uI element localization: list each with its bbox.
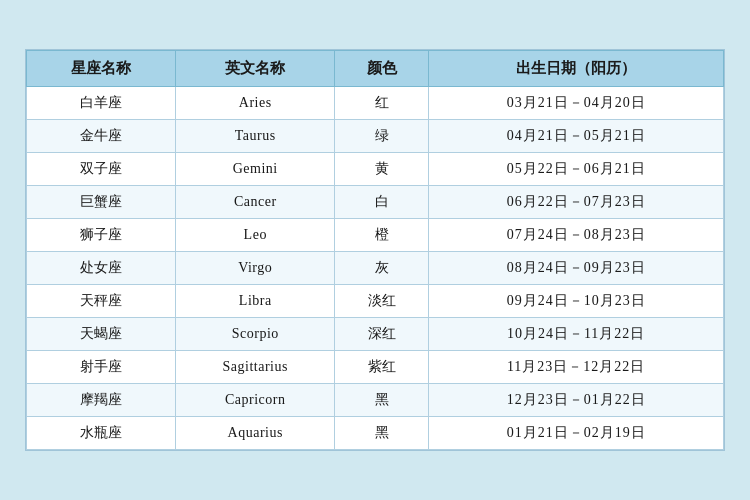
cell-color: 绿 <box>335 120 429 153</box>
table-row: 双子座Gemini黄05月22日－06月21日 <box>27 153 724 186</box>
cell-chinese-name: 巨蟹座 <box>27 186 176 219</box>
header-english-name: 英文名称 <box>176 51 335 87</box>
cell-english-name: Libra <box>176 285 335 318</box>
table-row: 金牛座Taurus绿04月21日－05月21日 <box>27 120 724 153</box>
cell-english-name: Scorpio <box>176 318 335 351</box>
cell-color: 紫红 <box>335 351 429 384</box>
cell-chinese-name: 天秤座 <box>27 285 176 318</box>
cell-color: 黄 <box>335 153 429 186</box>
cell-english-name: Aquarius <box>176 417 335 450</box>
table-row: 巨蟹座Cancer白06月22日－07月23日 <box>27 186 724 219</box>
cell-dates: 01月21日－02月19日 <box>429 417 724 450</box>
cell-dates: 05月22日－06月21日 <box>429 153 724 186</box>
cell-color: 深红 <box>335 318 429 351</box>
cell-chinese-name: 水瓶座 <box>27 417 176 450</box>
table-row: 摩羯座Capricorn黑12月23日－01月22日 <box>27 384 724 417</box>
cell-english-name: Capricorn <box>176 384 335 417</box>
cell-chinese-name: 摩羯座 <box>27 384 176 417</box>
table-row: 处女座Virgo灰08月24日－09月23日 <box>27 252 724 285</box>
table-row: 天蝎座Scorpio深红10月24日－11月22日 <box>27 318 724 351</box>
table-header-row: 星座名称 英文名称 颜色 出生日期（阳历） <box>27 51 724 87</box>
cell-dates: 03月21日－04月20日 <box>429 87 724 120</box>
cell-english-name: Cancer <box>176 186 335 219</box>
cell-dates: 12月23日－01月22日 <box>429 384 724 417</box>
cell-chinese-name: 金牛座 <box>27 120 176 153</box>
cell-english-name: Sagittarius <box>176 351 335 384</box>
cell-english-name: Aries <box>176 87 335 120</box>
cell-chinese-name: 天蝎座 <box>27 318 176 351</box>
cell-color: 淡红 <box>335 285 429 318</box>
cell-chinese-name: 狮子座 <box>27 219 176 252</box>
cell-english-name: Gemini <box>176 153 335 186</box>
cell-color: 白 <box>335 186 429 219</box>
cell-chinese-name: 处女座 <box>27 252 176 285</box>
cell-chinese-name: 白羊座 <box>27 87 176 120</box>
cell-english-name: Leo <box>176 219 335 252</box>
cell-dates: 10月24日－11月22日 <box>429 318 724 351</box>
table-row: 狮子座Leo橙07月24日－08月23日 <box>27 219 724 252</box>
cell-color: 红 <box>335 87 429 120</box>
zodiac-table: 星座名称 英文名称 颜色 出生日期（阳历） 白羊座Aries红03月21日－04… <box>26 50 724 450</box>
table-row: 水瓶座Aquarius黑01月21日－02月19日 <box>27 417 724 450</box>
zodiac-table-container: 星座名称 英文名称 颜色 出生日期（阳历） 白羊座Aries红03月21日－04… <box>25 49 725 451</box>
cell-dates: 11月23日－12月22日 <box>429 351 724 384</box>
cell-color: 灰 <box>335 252 429 285</box>
header-chinese-name: 星座名称 <box>27 51 176 87</box>
cell-dates: 04月21日－05月21日 <box>429 120 724 153</box>
header-color: 颜色 <box>335 51 429 87</box>
cell-dates: 06月22日－07月23日 <box>429 186 724 219</box>
cell-dates: 08月24日－09月23日 <box>429 252 724 285</box>
cell-color: 黑 <box>335 417 429 450</box>
cell-chinese-name: 射手座 <box>27 351 176 384</box>
header-dates: 出生日期（阳历） <box>429 51 724 87</box>
cell-chinese-name: 双子座 <box>27 153 176 186</box>
table-row: 射手座Sagittarius紫红11月23日－12月22日 <box>27 351 724 384</box>
cell-color: 黑 <box>335 384 429 417</box>
cell-dates: 07月24日－08月23日 <box>429 219 724 252</box>
table-row: 白羊座Aries红03月21日－04月20日 <box>27 87 724 120</box>
cell-color: 橙 <box>335 219 429 252</box>
table-row: 天秤座Libra淡红09月24日－10月23日 <box>27 285 724 318</box>
cell-english-name: Taurus <box>176 120 335 153</box>
cell-english-name: Virgo <box>176 252 335 285</box>
cell-dates: 09月24日－10月23日 <box>429 285 724 318</box>
